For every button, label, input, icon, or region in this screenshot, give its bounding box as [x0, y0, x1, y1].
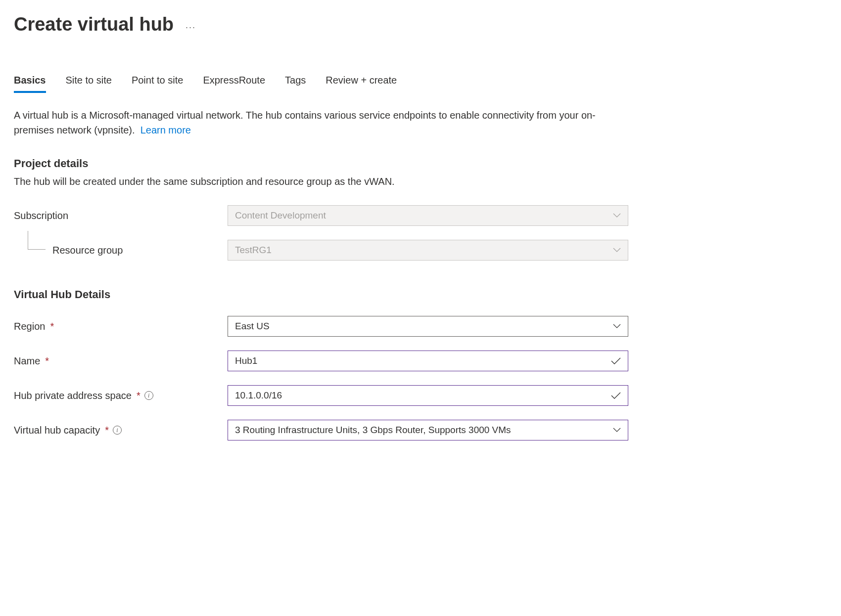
info-icon[interactable]: i — [144, 391, 153, 400]
region-select[interactable]: East US — [228, 316, 628, 337]
tab-description: A virtual hub is a Microsoft-managed vir… — [14, 108, 632, 137]
page-title: Create virtual hub — [14, 14, 174, 35]
tab-review-create[interactable]: Review + create — [326, 75, 397, 93]
tree-connector-icon — [28, 231, 46, 250]
name-label: Name* — [14, 355, 228, 367]
chevron-down-icon — [613, 428, 621, 433]
subscription-select: Content Development — [228, 205, 628, 226]
capacity-select[interactable]: 3 Routing Infrastructure Units, 3 Gbps R… — [228, 420, 628, 440]
region-label: Region* — [14, 321, 228, 332]
tab-basics[interactable]: Basics — [14, 75, 46, 93]
resource-group-select: TestRG1 — [228, 240, 628, 261]
required-indicator: * — [137, 390, 140, 401]
subscription-label: Subscription — [14, 210, 228, 221]
required-indicator: * — [50, 321, 54, 332]
more-icon[interactable]: ··· — [186, 22, 196, 33]
learn-more-link[interactable]: Learn more — [140, 125, 191, 135]
required-indicator: * — [45, 355, 49, 367]
tab-expressroute[interactable]: ExpressRoute — [203, 75, 265, 93]
project-details-heading: Project details — [14, 157, 827, 170]
project-details-subtext: The hub will be created under the same s… — [14, 176, 827, 187]
capacity-label: Virtual hub capacity* i — [14, 425, 228, 436]
tab-site-to-site[interactable]: Site to site — [66, 75, 112, 93]
address-space-label: Hub private address space* i — [14, 390, 228, 401]
chevron-down-icon — [613, 248, 621, 253]
resource-group-label: Resource group — [14, 245, 228, 256]
tab-bar: Basics Site to site Point to site Expres… — [14, 75, 827, 93]
required-indicator: * — [105, 425, 109, 436]
name-input[interactable]: Hub1 — [228, 351, 628, 371]
virtual-hub-details-heading: Virtual Hub Details — [14, 288, 827, 301]
checkmark-icon — [611, 357, 621, 364]
info-icon[interactable]: i — [113, 426, 122, 435]
chevron-down-icon — [613, 213, 621, 218]
tab-point-to-site[interactable]: Point to site — [132, 75, 184, 93]
address-space-input[interactable]: 10.1.0.0/16 — [228, 385, 628, 406]
tab-tags[interactable]: Tags — [285, 75, 306, 93]
chevron-down-icon — [613, 324, 621, 329]
checkmark-icon — [611, 392, 621, 399]
